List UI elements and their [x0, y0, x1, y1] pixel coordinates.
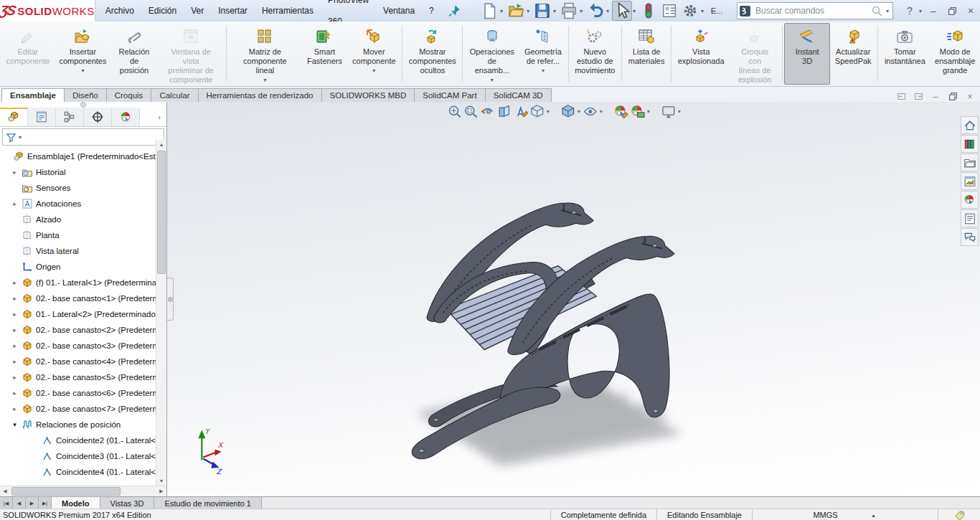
ribbon-button-relaci-n-de-posici-n[interactable]: Relación de posición: [111, 23, 157, 85]
panel-collapse-handle[interactable]: [0, 102, 166, 108]
tree-item-coincidente3-01-lateral-1[interactable]: Coincidente3 (01.- Lateral<1: [2, 448, 156, 464]
tab-ensamblaje[interactable]: Ensamblaje: [1, 88, 65, 102]
search-input[interactable]: [754, 5, 868, 16]
minimize-button[interactable]: –: [924, 2, 943, 19]
apply-scene-button[interactable]: [630, 104, 645, 119]
menu-insertar[interactable]: Insertar: [211, 0, 255, 22]
taskpane-custom-properties-button[interactable]: [961, 209, 979, 227]
dropdown-caret-icon[interactable]: ▾: [578, 108, 580, 115]
tree-item-historial[interactable]: ▸Historial: [2, 164, 156, 180]
dropdown-caret-icon[interactable]: ▾: [263, 77, 266, 83]
expand-arrow-icon[interactable]: ▸: [11, 295, 19, 302]
tree-item-f-01-lateral-1-predetermina[interactable]: ▸(f) 01.- Lateral<1> (Predetermina: [2, 275, 156, 290]
tab-dise-o[interactable]: Diseño: [64, 88, 107, 102]
dropdown-caret-icon[interactable]: ▾: [606, 8, 609, 14]
display-style-button[interactable]: [560, 104, 575, 119]
split-view-left-button[interactable]: [895, 91, 907, 102]
menu-help[interactable]: ?: [422, 0, 441, 22]
print-button[interactable]: [559, 1, 579, 21]
graphics-viewport[interactable]: ▾▾▾▾▾: [167, 102, 980, 496]
toolbar-overflow-button[interactable]: E...: [707, 1, 727, 21]
ribbon-button-smart-fasteners[interactable]: Smart Fasteners: [301, 23, 347, 85]
zoom-to-fit-button[interactable]: [447, 104, 462, 119]
taskpane-home-button[interactable]: [961, 116, 979, 134]
ribbon-button-modo-de-ensamblaje-grande[interactable]: Modo de ensamblaje grande: [930, 23, 980, 85]
edit-appearance-button[interactable]: [613, 104, 628, 119]
expand-arrow-icon[interactable]: ▸: [11, 279, 19, 286]
tree-item-coincidente4-01-lateral-1[interactable]: Coincidente4 (01.- Lateral<1: [2, 464, 156, 480]
sw-search-icon[interactable]: [739, 5, 751, 17]
annotation-visibility-button[interactable]: [513, 104, 528, 119]
select-cursor-button[interactable]: [612, 1, 632, 21]
tag-icon[interactable]: [938, 509, 980, 520]
tab-modelo[interactable]: Modelo: [52, 497, 100, 509]
dropdown-caret-icon[interactable]: ▾: [542, 67, 545, 74]
settings-gear-button[interactable]: [680, 1, 700, 21]
menu-herramientas[interactable]: Herramientas: [255, 0, 321, 22]
tree-item-alzado[interactable]: Alzado: [2, 212, 156, 227]
command-search[interactable]: ▾: [737, 2, 893, 19]
scroll-down[interactable]: ▼: [156, 476, 166, 486]
tree-item-vista-lateral[interactable]: Vista lateral: [2, 243, 156, 259]
tree-item-02-base-canasto-5-predeterm[interactable]: ▸02.- base canasto<5> (Predeterm: [2, 369, 156, 385]
tab-solidworks-mbd[interactable]: SOLIDWORKS MBD: [321, 88, 415, 102]
dropdown-caret-icon[interactable]: ▾: [372, 67, 375, 74]
view-settings-button[interactable]: [661, 104, 676, 119]
tree-item-02-base-canasto-1-predeterm[interactable]: ▸02.- base canasto<1> (Predeterm: [2, 290, 156, 306]
ribbon-button-nuevo-estudio-de-movimiento[interactable]: Nuevo estudio de movimiento: [570, 23, 621, 85]
taskpane-file-explorer-button[interactable]: [961, 153, 979, 171]
help-button[interactable]: ?: [900, 2, 919, 19]
expand-arrow-icon[interactable]: ▸: [11, 389, 19, 397]
ribbon-button-geometr-a-de-refer[interactable]: Geometría de refer...▾: [519, 23, 566, 85]
panel-tab-propertymanager[interactable]: [28, 108, 56, 126]
tab-estudio-de-movimiento-1[interactable]: Estudio de movimiento 1: [154, 497, 261, 509]
tree-item-02-base-canasto-4-predeterm[interactable]: ▸02.- base canasto<4> (Predeterm: [2, 354, 156, 369]
model-3d[interactable]: Y X Z: [167, 102, 980, 496]
taskpane-view-palette-button[interactable]: [961, 172, 979, 190]
tab-herramientas-de-renderizado[interactable]: Herramientas de renderizado: [198, 88, 322, 102]
tree-item-sensores[interactable]: Sensores: [2, 180, 156, 196]
panel-tab-configurationmanager[interactable]: [56, 108, 84, 126]
tree-item-02-base-canasto-2-predeterm[interactable]: ▸02.- base canasto<2> (Predeterm: [2, 322, 156, 338]
dropdown-caret-icon[interactable]: ▾: [580, 8, 583, 14]
filter-funnel-icon[interactable]: [6, 132, 17, 143]
previous-tab-button[interactable]: ◀: [13, 497, 26, 509]
tree-item-01-lateral-2-predeterminado[interactable]: ▸01.- Lateral<2> (Predeterminado: [2, 306, 156, 322]
next-tab-button[interactable]: ▶: [26, 497, 39, 509]
dropdown-caret-icon[interactable]: ▾: [600, 108, 603, 115]
taskpane-forum-button[interactable]: [961, 228, 979, 246]
units-selector[interactable]: MMGS▴: [752, 509, 938, 520]
options-list-button[interactable]: [659, 1, 679, 21]
split-view-right-button[interactable]: [913, 91, 924, 102]
expand-arrow-icon[interactable]: ▸: [11, 405, 19, 412]
filter-caret-icon[interactable]: ▾: [19, 134, 22, 141]
tab-solidcam-part[interactable]: SolidCAM Part: [414, 88, 485, 102]
hide-show-items-button[interactable]: [583, 104, 598, 119]
expand-arrow-icon[interactable]: ▸: [11, 358, 19, 365]
search-icon[interactable]: [871, 5, 883, 17]
dropdown-caret-icon[interactable]: ▾: [553, 8, 556, 14]
dropdown-caret-icon[interactable]: ▾: [633, 8, 636, 14]
ribbon-button-vista-explosionada[interactable]: Vista explosionada: [673, 23, 729, 85]
rebuild-button[interactable]: [639, 1, 659, 21]
section-view-button[interactable]: [496, 104, 512, 119]
expand-arrow-icon[interactable]: ▸: [11, 326, 19, 334]
dropdown-caret-icon[interactable]: ▾: [491, 77, 494, 83]
taskpane-appearances-button[interactable]: [961, 191, 979, 209]
taskpane-design-library-button[interactable]: [961, 135, 979, 153]
dropdown-caret-icon[interactable]: ▾: [500, 8, 503, 14]
panel-tab-featuremanager-tree[interactable]: [0, 108, 28, 126]
zoom-to-area-button[interactable]: [463, 104, 479, 119]
ribbon-button-actualizar-speedpak[interactable]: Actualizar SpeedPak: [830, 23, 876, 85]
restore-button[interactable]: [943, 2, 961, 19]
tree-item-anotaciones[interactable]: ▸Anotaciones: [2, 196, 156, 212]
collapse-arrow-icon[interactable]: ▾: [11, 421, 19, 428]
panel-tabs-overflow[interactable]: ›: [152, 108, 166, 126]
ribbon-button-tomar-instant-nea[interactable]: Tomar instantánea: [880, 23, 930, 85]
scrollbar-thumb[interactable]: [157, 151, 166, 274]
view-orientation-button[interactable]: [529, 104, 545, 119]
tab-croquis[interactable]: Croquis: [106, 88, 152, 102]
first-tab-button[interactable]: |◀: [0, 497, 13, 509]
doc-close-button[interactable]: ×: [964, 91, 976, 102]
tree-item-coincidente2-01-lateral-1[interactable]: Coincidente2 (01.- Lateral<1: [2, 432, 156, 448]
